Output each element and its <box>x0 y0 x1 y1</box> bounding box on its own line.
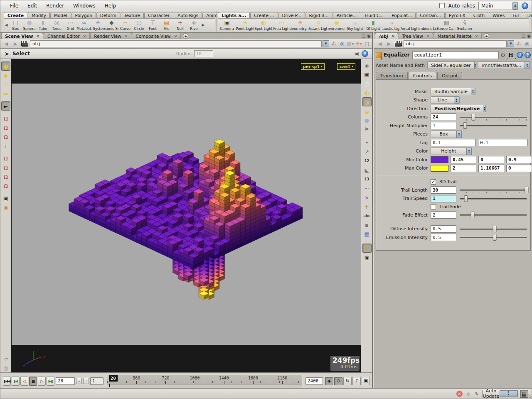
node-help-icon[interactable]: ? <box>525 52 531 58</box>
slider-handle[interactable] <box>493 234 496 241</box>
persp-camera-label[interactable]: persp1▼ <box>301 63 325 70</box>
shelf-tab[interactable]: Lights a... <box>218 12 250 18</box>
selection-visibility-icon[interactable]: ▣ <box>355 51 359 57</box>
shelf-tool[interactable]: ◆ Platonic So... <box>105 19 118 31</box>
show-prims-icon[interactable]: ◣ <box>362 165 372 175</box>
nav-forward-icon[interactable]: ▶ <box>11 40 20 47</box>
select-mode-dynamics-icon[interactable]: ▬ <box>1 89 10 98</box>
playhead[interactable]: 20 <box>109 375 118 382</box>
resize-grip[interactable] <box>527 394 531 398</box>
radius-input[interactable]: 10 <box>194 50 213 57</box>
folder-tab[interactable]: Output <box>437 72 462 79</box>
show-normals-icon[interactable]: ↗ <box>362 147 372 156</box>
shelf-tab[interactable]: Pyro FX <box>445 12 469 18</box>
pane-maximize-icon[interactable]: ▢ <box>522 34 525 38</box>
construction-plane-icon[interactable]: ✚ <box>362 244 372 253</box>
path-input[interactable]: obj <box>30 40 322 47</box>
spinner-icon[interactable]: ▲▼ <box>525 62 530 69</box>
nav-back-icon[interactable]: ◀ <box>2 40 10 47</box>
path-input[interactable]: obj <box>404 40 507 47</box>
min-color-b-input[interactable]: 0.9 <box>506 156 532 163</box>
shelf-tool[interactable]: ▱ Portal Light <box>401 19 419 31</box>
pane-tab[interactable]: Composite View × <box>132 33 181 39</box>
spinner-icon[interactable]: ▲▼ <box>456 131 462 138</box>
frame-decrement-button[interactable]: - <box>76 378 82 384</box>
folder-tab[interactable]: Controls <box>409 72 437 79</box>
pane-tab[interactable]: Channel Editor × <box>44 33 90 39</box>
shelf-tool[interactable]: ▢ Box <box>9 19 22 31</box>
stop-button[interactable]: ■ <box>29 377 37 386</box>
path-dropdown-icon[interactable]: ▼ <box>507 40 514 47</box>
show-points-icon[interactable]: • <box>362 138 372 147</box>
max-color-b-input[interactable]: 0 <box>506 165 532 172</box>
close-tab-icon[interactable]: × <box>37 34 40 38</box>
diffuse-intensity-slider[interactable] <box>460 225 528 233</box>
snap-magnet-icon[interactable]: Ω <box>1 181 10 190</box>
select-tool-icon[interactable]: ► <box>1 101 10 111</box>
shelf-tool[interactable]: ◎ Torus <box>50 19 64 31</box>
shelf-tool[interactable]: T Font <box>146 19 160 31</box>
color-mode-select[interactable]: Height ▲▼ <box>431 148 472 155</box>
inspect-icon[interactable]: ◉ <box>362 253 372 262</box>
spinner-icon[interactable]: ▲▼ <box>474 62 477 69</box>
shelf-tool[interactable]: ◐ Spot Light <box>254 19 273 31</box>
radar-link-icon[interactable]: ◎ <box>338 40 346 47</box>
go-to-start-button[interactable]: ▮◀◀ <box>3 377 11 386</box>
shelf-scroll-right-icon[interactable]: ▶ <box>201 19 206 31</box>
emission-intensity-slider[interactable] <box>460 234 528 241</box>
scene-camera-label[interactable]: cam1▼ <box>337 63 355 70</box>
trail-fade-checkbox[interactable] <box>431 204 436 209</box>
snap-circle-icon[interactable]: Ω <box>1 172 10 181</box>
trail-length-input[interactable]: 30 <box>431 186 456 194</box>
shelf-tool[interactable]: ▣ Camera <box>218 19 236 31</box>
gear-icon[interactable]: ⚙ <box>500 52 507 58</box>
lag-input-2[interactable]: 0.1 <box>478 139 528 146</box>
shelf-tool[interactable]: § Switcher <box>456 19 474 31</box>
shelf-tool[interactable]: ▮ GI Light <box>364 19 382 31</box>
snap-box-icon[interactable]: Ω <box>1 154 10 163</box>
trail-length-slider[interactable] <box>460 186 528 194</box>
snapshot-camera-icon[interactable]: ▣ <box>362 70 372 79</box>
height-multiplier-input[interactable]: 1 <box>431 122 456 129</box>
shelf-tool[interactable]: ▭ Grid <box>64 19 77 31</box>
shelf-tab[interactable]: Drive S... <box>524 12 532 18</box>
slider-handle[interactable] <box>471 212 475 218</box>
slider-handle[interactable] <box>525 187 528 193</box>
direction-select[interactable]: Positive/Negative ▲▼ <box>431 105 486 112</box>
lag-input-1[interactable]: 0.1 <box>431 139 475 146</box>
menu-item[interactable]: Render <box>42 3 69 9</box>
shelf-tab[interactable]: Drive P... <box>278 12 305 18</box>
shelf-tab[interactable]: Create ... <box>250 12 278 18</box>
shelf-tool[interactable]: ✳ L-System <box>91 19 105 31</box>
spinner-icon[interactable]: ▲▼ <box>466 148 472 155</box>
shelf-tab[interactable]: Polygon <box>71 12 96 18</box>
pane-tab[interactable]: /obj × <box>375 33 398 39</box>
shelf-tab[interactable]: Rigid B... <box>305 12 332 18</box>
shelf-tab[interactable]: Contain... <box>416 12 445 18</box>
folder-tab[interactable]: Transform <box>376 72 408 79</box>
snap-grid-icon[interactable]: Ω <box>1 132 10 141</box>
help-icon[interactable]: ? <box>522 2 528 9</box>
close-tab-icon[interactable]: × <box>391 34 394 38</box>
houdini-handles-icon[interactable]: H <box>508 52 515 58</box>
light-menu-icon[interactable]: ☀▾ <box>355 40 362 47</box>
select-area-icon[interactable]: ▢ <box>363 40 371 47</box>
take-selector[interactable]: Main ▲▼ <box>478 2 518 10</box>
path-dropdown-icon[interactable]: ▼ <box>323 40 329 47</box>
shelf-tab[interactable]: Wires <box>489 12 508 18</box>
pin-icon[interactable]: ⚓ <box>515 40 522 47</box>
view-quickmarks-icon[interactable]: ◉ <box>1 203 10 212</box>
snap-edges-icon[interactable]: Ω <box>1 123 10 132</box>
viewport-hud-icon[interactable]: ◎ <box>1 363 10 372</box>
pane-tab[interactable]: Scene View × <box>1 33 43 39</box>
geometry-menu-icon[interactable]: ▧▾ <box>347 40 354 47</box>
group-select-icon[interactable]: × <box>362 193 372 202</box>
select-mode-groups-icon[interactable]: ◆ <box>1 71 10 80</box>
slider-handle[interactable] <box>463 122 467 129</box>
stow-bar-icon[interactable]: ◈ <box>362 61 372 70</box>
music-select[interactable]: Builtin Sample ▲▼ <box>431 88 475 95</box>
timeline-ruler[interactable]: 3607201080144018002160 20 <box>107 375 302 387</box>
max-color-r-input[interactable]: 2 <box>451 165 476 172</box>
nav-forward-icon[interactable]: ▶ <box>385 40 393 47</box>
shelf-tool[interactable]: ✳ Geometry ... <box>291 19 309 31</box>
